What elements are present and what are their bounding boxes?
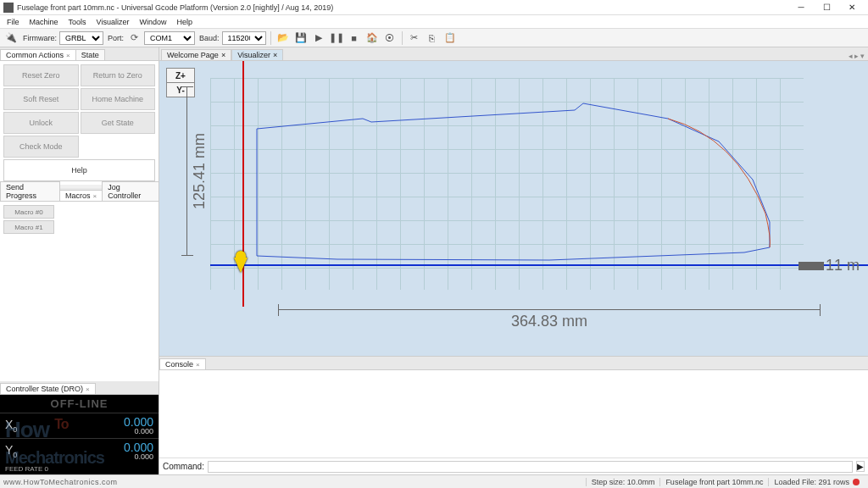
- menu-help[interactable]: Help: [171, 18, 198, 26]
- dro-x-row: X0 0.0000.000: [0, 413, 159, 438]
- view-z-plus[interactable]: Z+: [166, 68, 195, 83]
- macros-panel: Macro #0 Macro #1: [0, 202, 159, 381]
- dro-y-mach: 0.000: [31, 453, 153, 461]
- refresh-port-icon[interactable]: ⟳: [126, 31, 142, 45]
- baud-label: Baud:: [199, 34, 220, 42]
- play-icon[interactable]: ▶: [311, 31, 326, 45]
- tab-macros[interactable]: Macros×: [59, 190, 103, 201]
- toolpath-svg: [210, 78, 804, 290]
- close-button[interactable]: ✕: [839, 0, 865, 15]
- tab-menu-icon[interactable]: ▾: [860, 52, 865, 60]
- status-bar: www.HowToMechatronics.com Step size: 10.…: [0, 474, 868, 488]
- dro-x-work: 0.000: [31, 416, 153, 428]
- port-label: Port:: [108, 34, 124, 42]
- home-machine-button[interactable]: Home Machine: [81, 88, 156, 110]
- status-file-name: Fuselage front part 10mm.nc: [659, 478, 768, 486]
- reset-icon[interactable]: ⦿: [382, 31, 398, 45]
- copy-icon[interactable]: ⎘: [425, 31, 440, 45]
- app-icon: [3, 3, 14, 13]
- dimension-height: 125.41 mm: [178, 86, 195, 256]
- console-panel: Console× Command: ▶: [159, 356, 868, 474]
- close-icon[interactable]: ×: [221, 51, 225, 59]
- tab-state[interactable]: State: [75, 49, 105, 60]
- command-send-icon[interactable]: ▶: [856, 461, 865, 472]
- dro-panel: OFF-LINE X0 0.0000.000 Y0 0.0000.000 FEE…: [0, 395, 159, 474]
- status-url: www.HowToMechatronics.com: [3, 478, 118, 486]
- tab-send-progress[interactable]: Send Progress: [0, 181, 60, 201]
- open-file-icon[interactable]: 📂: [275, 31, 291, 45]
- prev-tab-icon[interactable]: ◂: [849, 52, 853, 60]
- baud-select[interactable]: 115200: [222, 31, 266, 45]
- maximize-button[interactable]: ☐: [814, 0, 839, 15]
- tab-console[interactable]: Console×: [159, 358, 206, 369]
- window-title: Fuselage front part 10mm.nc - Universal …: [17, 3, 788, 12]
- home-icon[interactable]: 🏠: [364, 31, 380, 45]
- dro-feed-rate: FEED RATE 0: [0, 463, 159, 474]
- close-icon[interactable]: ×: [196, 361, 200, 369]
- cut-icon[interactable]: ✂: [407, 31, 422, 45]
- check-mode-button[interactable]: Check Mode: [3, 136, 79, 158]
- menu-tools[interactable]: Tools: [64, 18, 92, 26]
- menu-bar: File Machine Tools Visualizer Window Hel…: [0, 15, 868, 29]
- get-state-button[interactable]: Get State: [81, 112, 156, 134]
- left-column: Common Actions× State Reset Zero Return …: [0, 47, 159, 474]
- pause-icon[interactable]: ❚❚: [329, 31, 344, 45]
- command-label: Command:: [163, 462, 204, 471]
- toolbar: 🔌 Firmware: GRBL Port: ⟳ COM1 Baud: 1152…: [0, 29, 868, 47]
- status-indicator-icon: [853, 479, 860, 485]
- reset-zero-button[interactable]: Reset Zero: [3, 64, 79, 86]
- next-tab-icon[interactable]: ▸: [854, 52, 859, 60]
- close-icon[interactable]: ×: [273, 51, 277, 59]
- tab-dro[interactable]: Controller State (DRO)×: [0, 383, 96, 394]
- command-input[interactable]: [208, 461, 853, 473]
- dro-y-work: 0.000: [31, 441, 153, 453]
- dro-x-mach: 0.000: [31, 428, 153, 435]
- stop-icon[interactable]: ■: [347, 31, 362, 45]
- save-icon[interactable]: 💾: [293, 31, 309, 45]
- dro-y-row: Y0 0.0000.000: [0, 438, 159, 463]
- common-actions-panel: Reset Zero Return to Zero Soft Reset Hom…: [0, 61, 159, 185]
- right-column: Welcome Page× Visualizer× ◂ ▸ ▾ Z+ Y-: [159, 47, 868, 474]
- firmware-label: Firmware:: [23, 34, 57, 42]
- close-icon[interactable]: ×: [93, 192, 97, 200]
- menu-file[interactable]: File: [2, 18, 25, 26]
- menu-window[interactable]: Window: [134, 18, 171, 26]
- console-output[interactable]: [159, 370, 868, 458]
- connect-icon[interactable]: 🔌: [3, 31, 19, 45]
- help-button[interactable]: Help: [3, 159, 155, 181]
- dro-status: OFF-LINE: [0, 395, 159, 413]
- menu-visualizer[interactable]: Visualizer: [92, 18, 135, 26]
- status-loaded-rows: Loaded File: 291 rows: [768, 478, 865, 486]
- dimension-depth: 11 m: [798, 257, 860, 274]
- firmware-select[interactable]: GRBL: [59, 31, 103, 45]
- titlebar: Fuselage front part 10mm.nc - Universal …: [0, 0, 868, 15]
- status-step-size: Step size: 10.0mm: [586, 478, 660, 486]
- close-icon[interactable]: ×: [66, 52, 70, 59]
- tab-visualizer[interactable]: Visualizer×: [231, 49, 283, 60]
- unlock-button[interactable]: Unlock: [3, 112, 79, 134]
- tab-jog-controller[interactable]: Jog Controller: [102, 181, 159, 201]
- macro-0-button[interactable]: Macro #0: [3, 205, 54, 219]
- port-select[interactable]: COM1: [144, 31, 195, 45]
- dimension-width: 364.83 mm: [278, 313, 821, 330]
- close-icon[interactable]: ×: [86, 385, 90, 393]
- minimize-button[interactable]: ─: [788, 0, 814, 15]
- paste-icon[interactable]: 📋: [442, 31, 458, 45]
- tab-welcome[interactable]: Welcome Page×: [161, 49, 231, 60]
- macro-1-button[interactable]: Macro #1: [3, 220, 54, 234]
- return-zero-button[interactable]: Return to Zero: [81, 64, 156, 86]
- visualizer-canvas[interactable]: Z+ Y- 364.83 mm 125.41 mm 11 m: [159, 61, 868, 356]
- grid-area: 364.83 mm 125.41 mm 11 m: [210, 78, 804, 290]
- menu-machine[interactable]: Machine: [25, 18, 64, 26]
- soft-reset-button[interactable]: Soft Reset: [3, 88, 79, 110]
- tab-common-actions[interactable]: Common Actions×: [0, 49, 76, 60]
